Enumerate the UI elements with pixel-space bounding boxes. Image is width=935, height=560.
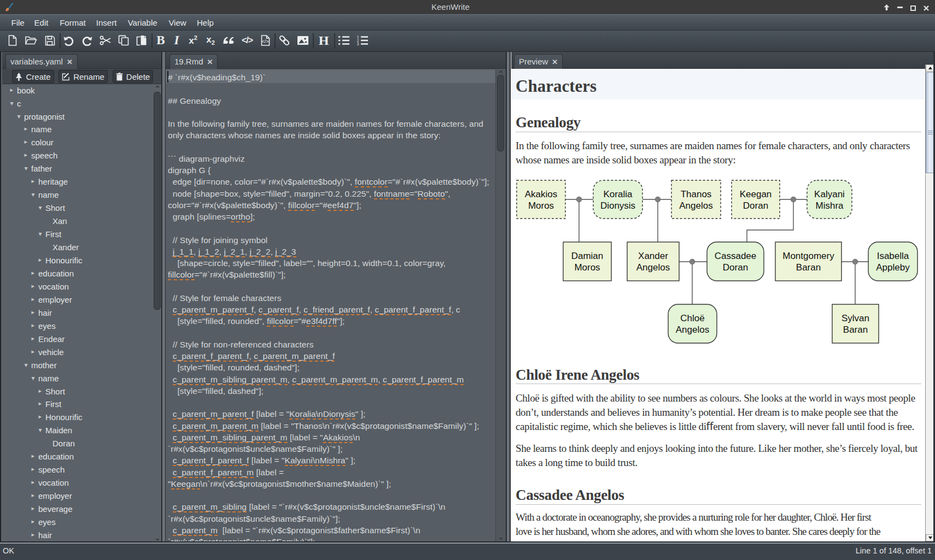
svg-text:</>: </> bbox=[261, 39, 268, 44]
svg-text:3: 3 bbox=[357, 42, 359, 45]
